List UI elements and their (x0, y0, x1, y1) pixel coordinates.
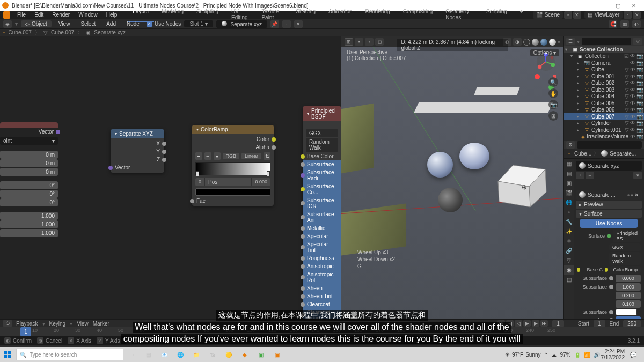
bsdf-subcol[interactable]: Subsurface Co... (307, 183, 337, 195)
subc-swatch[interactable] (616, 309, 637, 315)
minimize-button[interactable]: — (594, 0, 610, 11)
props-type[interactable]: ⚙ (566, 141, 575, 149)
menu-help[interactable]: Help (103, 12, 121, 18)
ptab-tex[interactable]: ▨ (564, 275, 574, 284)
tl-playback[interactable]: Playback (16, 321, 38, 327)
bsdf-spec[interactable]: Specular (307, 233, 328, 239)
mat-del-button[interactable]: ✕ (294, 20, 303, 28)
material-name-field[interactable]: Separate xyz (216, 20, 267, 28)
vp-sel-vert[interactable]: ▪ (355, 38, 363, 46)
bc-material[interactable]: Separate xyz (94, 29, 125, 35)
bsdf-subior[interactable]: Subsurface IOR (307, 197, 337, 209)
viewlayer-new-button[interactable]: ▫ (624, 11, 632, 19)
partial-node[interactable]: Vector oint▾ 0 m 0 m 0 m 0° 0° 0° 1.000 … (0, 122, 58, 238)
ptab-mod[interactable]: 🔧 (564, 217, 574, 226)
subr2[interactable]: 0.200 (616, 292, 641, 299)
menu-render[interactable]: Render (48, 12, 74, 18)
scene-new-button[interactable]: ▫ (564, 11, 572, 19)
menu-file[interactable]: File (13, 12, 30, 18)
rot-x[interactable]: 0° (0, 181, 58, 189)
bsdf-subani[interactable]: Subsurface Ani (307, 211, 337, 223)
tab-uv[interactable]: UV Editing (226, 8, 254, 22)
tl-playrev[interactable]: ◁ (515, 320, 522, 327)
outliner-filter[interactable]: ▽ (633, 38, 642, 45)
tl-last[interactable]: ⏭ (540, 320, 548, 327)
tab-comp[interactable]: Compositing (398, 8, 438, 22)
timeline-type[interactable]: ⏱ (3, 320, 12, 327)
bsdf-sss-method[interactable]: Random Walk (306, 138, 338, 152)
separate-xyz-node[interactable]: ▾Separate XYZ X Y Z Vector (111, 129, 164, 173)
bc-obj[interactable]: Cube... (574, 151, 591, 157)
mail-icon[interactable]: 📧 (157, 347, 172, 362)
explorer-icon[interactable]: 📁 (189, 347, 204, 362)
node-menu-view[interactable]: View (55, 21, 74, 27)
bsdf-subradii[interactable]: Subsurface Radi (307, 169, 337, 181)
scene-selector[interactable]: 🎬 Scene (533, 11, 563, 19)
subi-val[interactable]: 1.400 (616, 316, 641, 319)
taskview-icon[interactable]: ▤ (141, 347, 156, 362)
tray-up-icon[interactable]: ⌃ (544, 352, 548, 358)
ramp-add-button[interactable]: + (195, 152, 202, 160)
scene-del-button[interactable]: ✕ (573, 11, 581, 19)
ramp-idx[interactable]: 0 (195, 178, 205, 186)
ramp-pos-val[interactable]: 0.000 (252, 178, 270, 186)
tl-prev[interactable]: ◀ (506, 320, 514, 327)
tab-script[interactable]: Scripting (481, 8, 513, 22)
editor-type-icon[interactable]: ◉ (3, 20, 12, 28)
onedrive-icon[interactable]: ☁ (551, 352, 557, 358)
tab-render[interactable]: Rendering (360, 8, 396, 22)
menu-edit[interactable]: Edit (31, 12, 47, 18)
bsdf-ccrough[interactable]: Clearcoat Roug (307, 309, 337, 319)
shade-solid[interactable] (532, 39, 539, 46)
enum-field[interactable]: oint▾ (0, 137, 58, 145)
taskbar-search[interactable]: 🔍 Type here to search (16, 349, 123, 360)
bsdf-sheentint[interactable]: Sheen Tint (307, 293, 333, 299)
edge-icon[interactable]: 🌐 (173, 347, 188, 362)
3d-viewport[interactable]: ⊞ ▪ ▫ ◻ ◐ ◑ ▾ D: 4.222 m D: 2.367 m (4.8… (341, 36, 564, 319)
shade-matprev[interactable] (540, 39, 547, 46)
sss-select[interactable]: Random Walk (609, 252, 641, 265)
nav-gizmo[interactable]: Z (536, 51, 556, 72)
vp-overlay-toggle[interactable]: ◑ (513, 38, 522, 46)
tl-next[interactable]: ▶ (532, 320, 539, 327)
node-menu-node[interactable]: Node (123, 21, 143, 27)
camera-button[interactable]: 📷 (548, 100, 558, 109)
surface-shader[interactable]: Principled BS (613, 230, 641, 242)
ptab-obj[interactable]: ▫ (564, 207, 574, 217)
ptab-data[interactable]: ▽ (564, 255, 574, 265)
material-slot[interactable]: Separate xyz (576, 161, 642, 171)
tab-layout[interactable]: Layout (127, 8, 154, 22)
ramp-flip-button[interactable]: ⇅ (264, 152, 270, 160)
bsdf-clearcoat[interactable]: Clearcoat (307, 301, 330, 307)
bc-object[interactable]: Cube.007 (9, 29, 32, 35)
bsdf-base[interactable]: Base Color (307, 153, 333, 159)
vp-sel-face[interactable]: ◻ (375, 38, 384, 46)
notifications-icon[interactable]: 💬 (626, 347, 641, 362)
blender-icon-task[interactable]: ◆ (237, 347, 252, 362)
timeline-track[interactable]: 1 10203040506070809010011012013014015016… (0, 327, 644, 336)
battery-icon[interactable]: 🔋 (574, 352, 581, 358)
material-slot-select[interactable]: Slot 1 ▾ (184, 20, 213, 27)
obj-mode-selector[interactable]: ◇ Object (21, 20, 52, 27)
maximize-button[interactable]: ▢ (610, 0, 626, 11)
outliner-tree[interactable]: ▾▣Scene Collection ▾▣Collection☑👁📷 ▸📷Cam… (564, 46, 644, 140)
vp-editor-type[interactable]: ⊞ (345, 38, 353, 46)
preview-panel[interactable]: ▸Preview (576, 201, 642, 209)
tl-start[interactable]: 1 (594, 320, 605, 327)
scale-z[interactable]: 1.000 (0, 229, 58, 237)
system-tray[interactable]: ⌃ ☁ 97% 🔋 📶 🔊 (544, 352, 599, 358)
ptab-material[interactable]: ◉ (564, 265, 574, 275)
sub-val[interactable]: 0.000 (616, 275, 641, 282)
viewlayer-del-button[interactable]: ✕ (633, 11, 641, 19)
shade-rendered[interactable] (549, 39, 556, 46)
dist-select[interactable]: GGX (609, 243, 641, 251)
timeline[interactable]: ⏱ Playback ▾ Keying ▾ View Marker ⏮ ◀ ◁ … (0, 319, 644, 336)
scale-x[interactable]: 1.000 (0, 212, 58, 220)
material-browse[interactable]: Separate ... ▫ ▫ ✕ (576, 190, 642, 200)
node-menu-select[interactable]: Select (77, 21, 99, 27)
use-nodes-checkbox[interactable]: ✓ Use Nodes (147, 21, 181, 27)
mat-new-button[interactable]: ▫ (282, 20, 291, 28)
pin-button[interactable]: 📌 (270, 20, 279, 28)
persp-button[interactable]: ⊞ (548, 111, 558, 121)
ptab-world[interactable]: 🌐 (564, 197, 574, 207)
